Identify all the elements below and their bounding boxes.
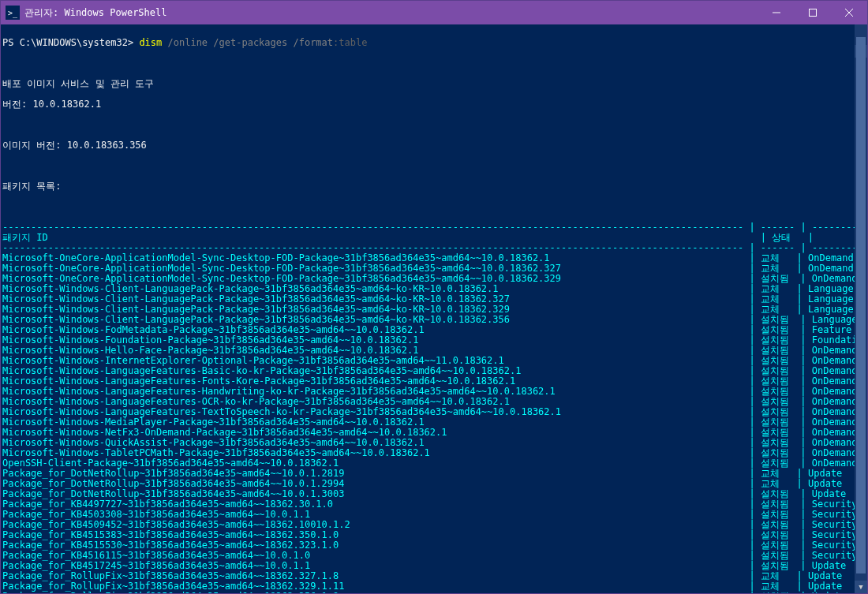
- powershell-window: >_ 관리자: Windows PowerShell PS C:\WINDOWS…: [0, 0, 868, 594]
- svg-rect-1: [810, 9, 817, 17]
- scrollbar[interactable]: ▲ ▼: [855, 24, 867, 593]
- cmd-arg-online: /online: [162, 37, 208, 48]
- dism-header-1: 배포 이미지 서비스 및 관리 도구: [2, 79, 866, 89]
- scroll-down-icon[interactable]: ▼: [855, 581, 867, 593]
- cmd-dism: dism: [133, 37, 162, 48]
- scroll-thumb[interactable]: [856, 37, 866, 573]
- cmd-arg-table: :table: [333, 37, 367, 48]
- close-button[interactable]: [831, 1, 867, 24]
- window-title: 관리자: Windows PowerShell: [24, 6, 167, 20]
- minimize-button[interactable]: [758, 1, 795, 24]
- package-list-label: 패키지 목록:: [2, 181, 866, 192]
- powershell-icon: >_: [6, 6, 20, 20]
- window-controls: [758, 1, 867, 24]
- table-row: Package_for_RollupFix~31bf3856ad364e35~a…: [2, 592, 866, 593]
- scroll-track[interactable]: [855, 37, 867, 581]
- titlebar[interactable]: >_ 관리자: Windows PowerShell: [1, 1, 867, 24]
- image-version: 이미지 버전: 10.0.18363.356: [2, 140, 866, 151]
- dism-version: 버전: 10.0.18362.1: [2, 99, 866, 110]
- cmd-arg-getpackages: /get-packages: [208, 37, 287, 48]
- cmd-arg-format: /format: [287, 37, 333, 48]
- maximize-button[interactable]: [795, 1, 831, 24]
- terminal-content[interactable]: PS C:\WINDOWS\system32> dism /online /ge…: [1, 24, 867, 593]
- prompt: PS C:\WINDOWS\system32>: [2, 37, 133, 48]
- package-table: ----------------------------------------…: [2, 222, 866, 593]
